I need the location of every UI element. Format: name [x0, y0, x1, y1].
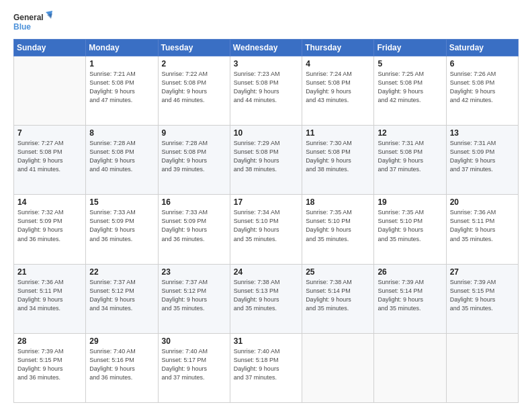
- day-number: 22: [89, 267, 154, 277]
- day-number: 12: [378, 128, 442, 138]
- calendar-cell: 29Sunrise: 7:40 AMSunset: 5:16 PMDayligh…: [86, 333, 158, 402]
- day-number: 8: [89, 128, 154, 138]
- header-cell-saturday: Saturday: [446, 40, 518, 56]
- day-info: Sunrise: 7:36 AMSunset: 5:11 PMDaylight:…: [17, 278, 82, 313]
- header: General Blue: [13, 11, 519, 36]
- week-row-2: 14Sunrise: 7:32 AMSunset: 5:09 PMDayligh…: [14, 195, 519, 264]
- calendar-cell: 20Sunrise: 7:36 AMSunset: 5:11 PMDayligh…: [446, 195, 518, 264]
- day-info: Sunrise: 7:39 AMSunset: 5:15 PMDaylight:…: [450, 278, 515, 313]
- day-info: Sunrise: 7:38 AMSunset: 5:14 PMDaylight:…: [306, 278, 370, 313]
- day-number: 25: [306, 267, 370, 277]
- week-row-1: 7Sunrise: 7:27 AMSunset: 5:08 PMDaylight…: [14, 126, 519, 195]
- calendar-cell: 12Sunrise: 7:31 AMSunset: 5:08 PMDayligh…: [374, 126, 446, 195]
- calendar-cell: 27Sunrise: 7:39 AMSunset: 5:15 PMDayligh…: [446, 264, 518, 333]
- day-info: Sunrise: 7:32 AMSunset: 5:09 PMDaylight:…: [17, 208, 82, 243]
- page: General Blue SundayMondayTuesdayWednesda…: [0, 0, 532, 411]
- day-info: Sunrise: 7:31 AMSunset: 5:09 PMDaylight:…: [450, 139, 515, 174]
- calendar-cell: 1Sunrise: 7:21 AMSunset: 5:08 PMDaylight…: [86, 56, 158, 126]
- day-info: Sunrise: 7:34 AMSunset: 5:10 PMDaylight:…: [234, 208, 298, 243]
- calendar-cell: 21Sunrise: 7:36 AMSunset: 5:11 PMDayligh…: [14, 264, 86, 333]
- day-info: Sunrise: 7:39 AMSunset: 5:15 PMDaylight:…: [17, 347, 82, 382]
- day-info: Sunrise: 7:21 AMSunset: 5:08 PMDaylight:…: [89, 70, 154, 105]
- calendar-table: SundayMondayTuesdayWednesdayThursdayFrid…: [13, 39, 519, 403]
- day-number: 29: [89, 336, 154, 346]
- calendar-cell: 18Sunrise: 7:35 AMSunset: 5:10 PMDayligh…: [302, 195, 374, 264]
- calendar-cell: 11Sunrise: 7:30 AMSunset: 5:08 PMDayligh…: [302, 126, 374, 195]
- calendar-cell: 3Sunrise: 7:23 AMSunset: 5:08 PMDaylight…: [230, 56, 302, 126]
- calendar-cell: 15Sunrise: 7:33 AMSunset: 5:09 PMDayligh…: [86, 195, 158, 264]
- day-number: 15: [89, 197, 154, 207]
- calendar-cell: 8Sunrise: 7:28 AMSunset: 5:08 PMDaylight…: [86, 126, 158, 195]
- calendar-cell: [374, 333, 446, 402]
- day-info: Sunrise: 7:28 AMSunset: 5:08 PMDaylight:…: [89, 139, 154, 174]
- week-row-0: 1Sunrise: 7:21 AMSunset: 5:08 PMDaylight…: [14, 56, 519, 126]
- day-number: 19: [378, 197, 442, 207]
- day-info: Sunrise: 7:22 AMSunset: 5:08 PMDaylight:…: [162, 70, 226, 105]
- calendar-cell: 13Sunrise: 7:31 AMSunset: 5:09 PMDayligh…: [446, 126, 518, 195]
- day-info: Sunrise: 7:31 AMSunset: 5:08 PMDaylight:…: [378, 139, 442, 174]
- day-number: 18: [306, 197, 370, 207]
- day-number: 14: [17, 197, 82, 207]
- day-number: 28: [17, 336, 82, 346]
- day-number: 11: [306, 128, 370, 138]
- svg-marker-3: [47, 13, 52, 19]
- day-number: 4: [306, 59, 370, 68]
- day-number: 21: [17, 267, 82, 277]
- day-info: Sunrise: 7:37 AMSunset: 5:12 PMDaylight:…: [89, 278, 154, 313]
- header-cell-friday: Friday: [374, 40, 446, 56]
- day-number: 16: [162, 197, 226, 207]
- day-number: 13: [450, 128, 515, 138]
- day-number: 7: [17, 128, 82, 138]
- calendar-cell: 2Sunrise: 7:22 AMSunset: 5:08 PMDaylight…: [158, 56, 230, 126]
- calendar-cell: 14Sunrise: 7:32 AMSunset: 5:09 PMDayligh…: [14, 195, 86, 264]
- calendar-cell: 7Sunrise: 7:27 AMSunset: 5:08 PMDaylight…: [14, 126, 86, 195]
- day-number: 5: [378, 59, 442, 68]
- day-number: 1: [89, 59, 154, 68]
- calendar-cell: 23Sunrise: 7:37 AMSunset: 5:12 PMDayligh…: [158, 264, 230, 333]
- calendar-cell: 17Sunrise: 7:34 AMSunset: 5:10 PMDayligh…: [230, 195, 302, 264]
- day-number: 31: [234, 336, 298, 346]
- day-info: Sunrise: 7:35 AMSunset: 5:10 PMDaylight:…: [306, 208, 370, 243]
- day-number: 9: [162, 128, 226, 138]
- day-info: Sunrise: 7:38 AMSunset: 5:13 PMDaylight:…: [234, 278, 298, 313]
- calendar-cell: 5Sunrise: 7:25 AMSunset: 5:08 PMDaylight…: [374, 56, 446, 126]
- svg-text:Blue: Blue: [13, 22, 31, 32]
- day-number: 6: [450, 59, 515, 68]
- calendar-cell: [14, 56, 86, 126]
- logo: General Blue: [13, 11, 54, 36]
- calendar-cell: 16Sunrise: 7:33 AMSunset: 5:09 PMDayligh…: [158, 195, 230, 264]
- day-info: Sunrise: 7:39 AMSunset: 5:14 PMDaylight:…: [378, 278, 442, 313]
- calendar-cell: 28Sunrise: 7:39 AMSunset: 5:15 PMDayligh…: [14, 333, 86, 402]
- day-number: 24: [234, 267, 298, 277]
- day-info: Sunrise: 7:40 AMSunset: 5:17 PMDaylight:…: [162, 347, 226, 382]
- day-number: 3: [234, 59, 298, 68]
- day-info: Sunrise: 7:40 AMSunset: 5:16 PMDaylight:…: [89, 347, 154, 382]
- day-number: 2: [162, 59, 226, 68]
- day-info: Sunrise: 7:24 AMSunset: 5:08 PMDaylight:…: [306, 70, 370, 105]
- calendar-cell: 22Sunrise: 7:37 AMSunset: 5:12 PMDayligh…: [86, 264, 158, 333]
- calendar-cell: [446, 333, 518, 402]
- day-info: Sunrise: 7:26 AMSunset: 5:08 PMDaylight:…: [450, 70, 515, 105]
- day-info: Sunrise: 7:29 AMSunset: 5:08 PMDaylight:…: [234, 139, 298, 174]
- day-info: Sunrise: 7:33 AMSunset: 5:09 PMDaylight:…: [162, 208, 226, 243]
- calendar-cell: 31Sunrise: 7:40 AMSunset: 5:18 PMDayligh…: [230, 333, 302, 402]
- day-info: Sunrise: 7:28 AMSunset: 5:08 PMDaylight:…: [162, 139, 226, 174]
- calendar-cell: 30Sunrise: 7:40 AMSunset: 5:17 PMDayligh…: [158, 333, 230, 402]
- header-cell-monday: Monday: [86, 40, 158, 56]
- day-info: Sunrise: 7:36 AMSunset: 5:11 PMDaylight:…: [450, 208, 515, 243]
- week-row-4: 28Sunrise: 7:39 AMSunset: 5:15 PMDayligh…: [14, 333, 519, 402]
- day-info: Sunrise: 7:37 AMSunset: 5:12 PMDaylight:…: [162, 278, 226, 313]
- calendar-cell: 4Sunrise: 7:24 AMSunset: 5:08 PMDaylight…: [302, 56, 374, 126]
- header-cell-wednesday: Wednesday: [230, 40, 302, 56]
- day-info: Sunrise: 7:40 AMSunset: 5:18 PMDaylight:…: [234, 347, 298, 382]
- calendar-cell: 6Sunrise: 7:26 AMSunset: 5:08 PMDaylight…: [446, 56, 518, 126]
- calendar-cell: 19Sunrise: 7:35 AMSunset: 5:10 PMDayligh…: [374, 195, 446, 264]
- logo-svg: General Blue: [13, 11, 54, 36]
- day-number: 20: [450, 197, 515, 207]
- day-number: 10: [234, 128, 298, 138]
- day-number: 26: [378, 267, 442, 277]
- day-number: 23: [162, 267, 226, 277]
- calendar-header-row: SundayMondayTuesdayWednesdayThursdayFrid…: [14, 40, 519, 56]
- calendar-cell: 10Sunrise: 7:29 AMSunset: 5:08 PMDayligh…: [230, 126, 302, 195]
- day-info: Sunrise: 7:30 AMSunset: 5:08 PMDaylight:…: [306, 139, 370, 174]
